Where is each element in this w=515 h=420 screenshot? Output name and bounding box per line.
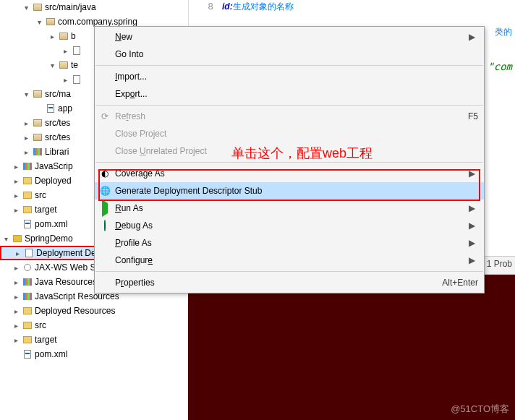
java-resources-icon [22, 276, 33, 288]
project-icon [12, 233, 23, 244]
library-icon [32, 146, 43, 158]
package-icon [32, 117, 43, 129]
xml-icon [22, 348, 33, 360]
descriptor-icon [23, 247, 35, 259]
menu-properties[interactable]: PropertiesAlt+Enter [95, 274, 484, 291]
watermark: @51CTO博客 [451, 403, 509, 416]
code-fragment: "com [488, 61, 512, 72]
globe-icon: 🌐 [95, 186, 115, 196]
menu-generate-deployment-descriptor-stub[interactable]: 🌐Generate Deployment Descriptor Stub [95, 182, 484, 200]
coverage-icon: ◐ [95, 168, 115, 179]
menu-debug-as[interactable]: Debug As▶ [95, 217, 484, 234]
menu-separator [95, 65, 483, 66]
library-icon [22, 160, 33, 172]
file-icon [71, 74, 82, 85]
bug-icon [95, 220, 115, 231]
tree-item[interactable]: ▸target [0, 333, 188, 347]
folder-icon [22, 189, 33, 201]
problems-tab-fragment: 1 Prob [487, 259, 512, 269]
folder-icon [22, 204, 33, 215]
annotation-text: 单击这个，配置web工程 [231, 145, 373, 162]
tree-item[interactable]: ▸Deployed Resources [0, 304, 188, 318]
menu-new[interactable]: New▶ [95, 28, 484, 46]
menu-separator [95, 271, 483, 272]
menu-close-project[interactable]: Close Project [95, 125, 484, 142]
file-icon [71, 45, 82, 56]
line-number: 8 [189, 0, 213, 13]
tree-item[interactable]: ▸src [0, 318, 188, 333]
menu-export[interactable]: Export... [95, 85, 484, 103]
package-icon [32, 132, 43, 143]
menu-separator [95, 162, 483, 163]
menu-separator [95, 105, 483, 106]
menu-import[interactable]: Import... [95, 68, 484, 85]
folder-icon [22, 175, 33, 187]
menu-run-as[interactable]: Run As▶ [95, 200, 484, 217]
menu-go-into[interactable]: Go Into [95, 46, 484, 63]
jaxws-icon [22, 262, 33, 273]
package-icon [58, 30, 69, 42]
code-fragment: 类的 [495, 26, 512, 38]
menu-coverage-as[interactable]: ◐Coverage As▶ [95, 165, 484, 182]
package-icon [32, 88, 43, 100]
menu-profile-as[interactable]: Profile As▶ [95, 234, 484, 252]
tree-item[interactable]: ▾src/main/java [0, 0, 188, 14]
editor-code: id:生成对象的名称 [222, 0, 515, 13]
menu-configure[interactable]: Configure▶ [95, 252, 484, 269]
run-icon [95, 203, 115, 213]
xml-icon [22, 218, 33, 230]
xml-icon [45, 103, 56, 114]
refresh-icon: ⟳ [95, 111, 115, 121]
package-icon [32, 1, 43, 13]
tree-item[interactable]: pom.xml [0, 347, 188, 361]
folder-icon [22, 334, 33, 346]
folder-icon [22, 305, 33, 317]
package-icon [58, 59, 69, 71]
console-panel[interactable]: UserPo [name=null, age=0] [188, 275, 515, 420]
folder-icon [22, 320, 33, 331]
menu-refresh[interactable]: ⟳RefreshF5 [95, 108, 484, 125]
library-icon [22, 291, 33, 302]
package-icon [45, 16, 56, 27]
